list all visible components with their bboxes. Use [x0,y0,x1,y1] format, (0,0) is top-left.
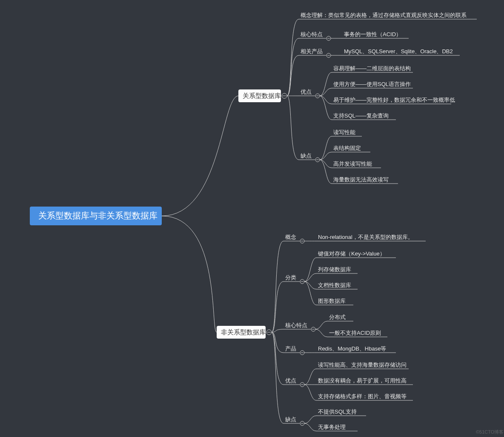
b1-cat3-c0: 容易理解——二维层面的表结构 [333,65,411,72]
b2-cat3-dot [300,351,304,355]
b2-cat4-dot [300,382,304,387]
b1-cat4-c2: 高并发读写性能 [333,161,372,167]
b1-cat4-edge [287,96,315,160]
b2-cat4-label: 优点 [285,377,296,384]
edge-root-branch1 [162,96,238,216]
branch-relational[interactable]: 关系型数据库 [238,89,281,102]
b1-cat4-label: 缺点 [301,152,312,159]
root-node[interactable]: 关系型数据库与非关系型数据库 [30,207,162,225]
b1-cat3-c1: 使用方便——使用SQL语言操作 [333,81,411,87]
b2-cat1-dot [300,279,304,284]
b2-cat5-c0: 不提供SQL支持 [318,408,357,415]
branch2-junction [266,330,272,335]
branch1-junction [282,93,287,98]
b1-cat1-label: 核心特点 [300,31,323,37]
watermark: ©51CTO博客 [476,429,504,434]
edge-root-branch2 [162,216,217,332]
b2-cat5-dot [300,421,304,426]
b1-cat3-dot [315,94,320,98]
b2-cat4-c2: 支持存储格式多样：图片、音视频等 [318,393,407,400]
b2-cat0-dot [300,239,304,243]
b2-cat0-c0: Non-relational，不是关系型的数据库。 [318,234,413,240]
b1-cat2-label: 相关产品 [301,48,323,55]
b1-cat2-dot [326,53,331,58]
b2-cat2-c0: 分布式 [329,314,346,320]
b1-cat1-dot [326,36,331,40]
branch-nonrelational[interactable]: 非关系型数据库 [217,326,266,339]
b1-cat1-c0: 事务的一致性（ACID） [344,31,401,37]
b1-cat4-dot [315,158,320,162]
b2-cat2-label: 核心特点 [285,322,307,328]
b1-cat4-c0: 读写性能 [333,129,355,135]
b1-cat3-c2: 易于维护——完整性好，数据冗余和不一致概率低 [333,97,455,103]
branch2-label: 非关系型数据库 [221,328,266,336]
b2-cat4-c0: 读写性能高、支持海量数据存储访问 [318,362,407,368]
b1-cat0-label: 概念理解：类似常见的表格，通过存储格式直观反映实体之间的联系 [301,12,467,18]
b2-cat5-c1: 无事务处理 [318,424,346,430]
branch1-label: 关系型数据库 [243,92,281,99]
b2-cat2-c1: 一般不支持ACID原则 [329,330,381,336]
b2-cat3-c0: Redis、MongDB、Hbase等 [318,345,386,352]
b2-cat4-c1: 数据没有耦合，易于扩展，可用性高 [318,377,407,384]
b2-cat1-c2: 文档性数据库 [318,282,351,288]
b2-cat0-label: 概念 [285,234,296,240]
b2-cat1-c0: 键值对存储（Key->Value） [318,250,385,257]
b2-cat0-edge [272,241,300,332]
b2-cat3-label: 产品 [285,345,296,352]
b2-cat1-c1: 列存储数据库 [318,266,351,273]
b2-cat1-label: 分类 [285,274,296,281]
b2-cat2-edge [272,329,311,332]
b2-cat1-c3: 图形数据库 [318,298,346,304]
b1-cat3-label: 优点 [301,89,312,95]
b1-cat2-c0: MySQL、SQLServer、Sqlite、Oracle、DB2 [344,48,453,55]
b1-cat1-edge [287,38,326,96]
b1-cat3-c3: 支持SQL——复杂查询 [333,112,389,119]
root-label: 关系型数据库与非关系型数据库 [38,211,158,220]
b2-cat5-label: 缺点 [285,416,296,423]
b2-cat2-dot [311,327,315,331]
b1-cat4-c1: 表结构固定 [333,145,361,151]
b1-cat4-c3: 海量数据无法高效读写 [333,176,389,183]
